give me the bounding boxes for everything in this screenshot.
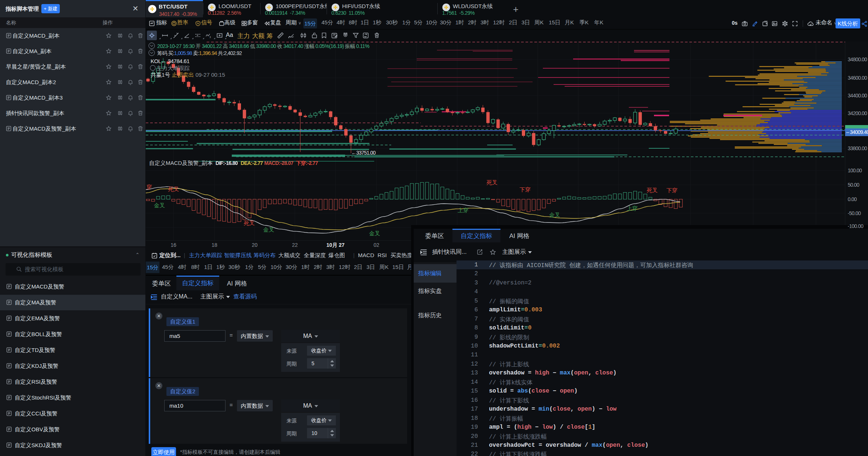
svg-text:20: 20 [252,242,258,248]
svg-text:34400.00: 34400.00 [848,93,867,99]
svg-text:16: 16 [170,242,176,248]
svg-text:死叉: 死叉 [244,220,255,226]
svg-text:34600.00: 34600.00 [848,75,867,81]
svg-text:金叉: 金叉 [154,202,165,208]
svg-text:金叉: 金叉 [369,230,380,236]
svg-text:穿: 穿 [147,184,152,190]
svg-text:33800.00: 33800.00 [848,145,867,151]
svg-text:34800.00: 34800.00 [848,56,867,62]
svg-text:下穿:-2.77: 下穿:-2.77 [296,160,318,166]
svg-text:金叉: 金叉 [549,212,560,218]
svg-text:死叉: 死叉 [486,179,497,186]
svg-text:上穿: 上穿 [458,207,469,213]
svg-text:10月 27: 10月 27 [326,242,344,248]
svg-text:筹码 买:1,005.98 卖:1,396.94 共:2,4: 筹码 买:1,005.98 卖:1,396.94 共:2,402.92 [157,50,242,56]
svg-text:死叉: 死叉 [168,186,179,192]
svg-text:100.00: 100.00 [848,167,862,173]
svg-text:02: 02 [373,242,379,248]
svg-text:下穿: 下穿 [520,186,531,193]
svg-text:KOL← 34784.61: KOL← 34784.61 [151,58,189,64]
svg-text:金叉: 金叉 [263,227,274,233]
svg-text:2023-10-27 16:30 开 34001.22 高: 2023-10-27 16:30 开 34001.22 高 34018.66 低… [157,43,369,49]
svg-text:3: 3 [210,36,211,38]
svg-text:50.00: 50.00 [848,182,860,188]
svg-text:主力大单跟踪: 主力大单跟踪 [156,65,190,71]
svg-text:DIF:-16.80: DIF:-16.80 [216,160,238,166]
svg-text:共赢1号 止损卖出 09-27 00:15: 共赢1号 止损卖出 09-27 00:15 [151,72,225,78]
svg-text:-50.00: -50.00 [848,210,861,216]
svg-text:←33751.00: ←33751.00 [351,150,376,156]
svg-text:下穿: 下穿 [666,187,678,193]
svg-text:18: 18 [211,242,217,248]
svg-text:DEA:-2.77: DEA:-2.77 [241,160,263,166]
svg-text:– 34009.40: – 34009.40 [846,129,868,135]
svg-text:22: 22 [292,242,298,248]
svg-text:34200.00: 34200.00 [848,110,867,116]
svg-text:死叉: 死叉 [647,187,658,193]
svg-text:MACD:-28.07: MACD:-28.07 [264,160,294,166]
svg-text:-100.00: -100.00 [848,223,864,229]
svg-text:自定义MACD及预警_副本: 自定义MACD及预警_副本 [149,160,213,166]
svg-text:0.00: 0.00 [848,196,857,202]
svg-text:上穿: 上穿 [627,205,638,211]
